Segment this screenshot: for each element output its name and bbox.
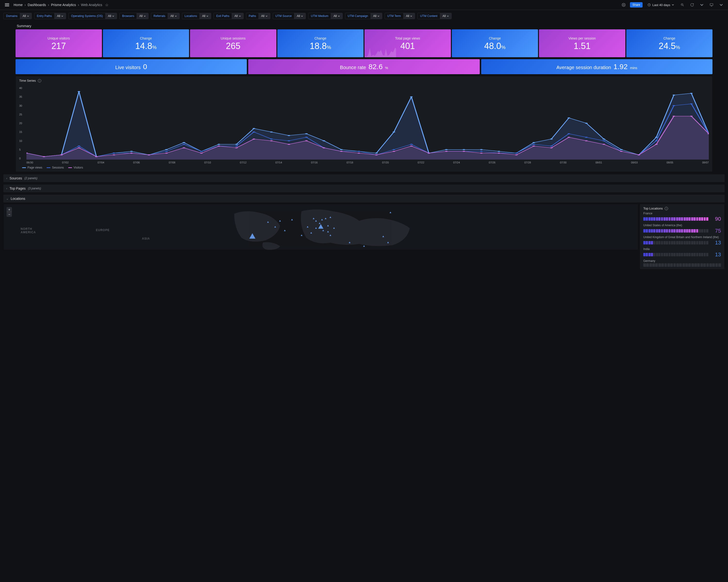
legend-item[interactable]: Page views xyxy=(22,166,42,169)
svg-point-63 xyxy=(288,140,290,141)
summary-card[interactable]: Total page views 401 xyxy=(364,29,451,57)
location-name: United Kingdom of Great Britain and Nort… xyxy=(643,235,721,239)
map-zoom-in[interactable]: + xyxy=(6,207,12,212)
card-value: 1.51 xyxy=(541,42,623,51)
svg-point-24 xyxy=(305,133,308,134)
map-zoom-out[interactable]: − xyxy=(6,212,12,217)
svg-point-19 xyxy=(218,144,220,145)
filter-operating-systems-os-[interactable]: Operating Systems (OS) xyxy=(69,13,105,19)
filter-referrals[interactable]: Referrals xyxy=(151,13,168,19)
svg-point-125 xyxy=(672,116,675,117)
summary-card[interactable]: Live visitors 0 xyxy=(16,59,247,74)
filter-utm-content[interactable]: UTM Content xyxy=(418,13,440,19)
location-row[interactable]: France 90 xyxy=(643,212,721,222)
svg-point-119 xyxy=(568,137,570,138)
chevron-down-icon[interactable] xyxy=(718,1,725,8)
filter-value[interactable]: All xyxy=(294,13,306,19)
summary-card[interactable]: Unique visitors 217 xyxy=(16,29,102,57)
breadcrumb: Home› Dashboards› Prisme Analytics› Web … xyxy=(14,3,108,7)
location-bar xyxy=(643,217,708,221)
filter-utm-campaign[interactable]: UTM Campaign xyxy=(345,13,370,19)
summary-card[interactable]: Change 24.5% xyxy=(626,29,713,57)
filter-value[interactable]: All xyxy=(20,13,31,19)
location-bar xyxy=(643,241,708,244)
locations-map[interactable]: + − NORTHAMERICA EUROPE ASIA xyxy=(3,204,638,250)
crumb-home[interactable]: Home xyxy=(14,3,23,7)
filter-utm-term[interactable]: UTM Term xyxy=(385,13,403,19)
summary-card[interactable]: Views per session 1.51 xyxy=(539,29,625,57)
gear-icon[interactable] xyxy=(620,1,627,8)
summary-card[interactable]: Change 14.8% xyxy=(103,29,189,57)
svg-point-108 xyxy=(375,155,378,156)
summary-card[interactable]: Change 48.0% xyxy=(452,29,538,57)
svg-point-77 xyxy=(532,144,535,145)
legend-item[interactable]: Visitors xyxy=(68,166,83,169)
chevron-down-icon[interactable] xyxy=(698,1,705,8)
info-icon[interactable]: i xyxy=(38,79,41,82)
filter-value[interactable]: All xyxy=(105,13,117,19)
crumb-prisme[interactable]: Prisme Analytics xyxy=(51,3,76,7)
row-title: Sources xyxy=(9,176,22,180)
row-locations[interactable]: ⌄Locations xyxy=(3,195,725,202)
filter-value[interactable]: All xyxy=(168,13,179,19)
filter-utm-source[interactable]: UTM Source xyxy=(273,13,294,19)
time-range-picker[interactable]: Last 40 days xyxy=(646,2,676,8)
filter-value[interactable]: All xyxy=(137,13,148,19)
filter-value[interactable]: All xyxy=(331,13,342,19)
location-row[interactable]: India 13 xyxy=(643,247,721,258)
refresh-icon[interactable] xyxy=(689,1,696,8)
monitor-icon[interactable] xyxy=(708,1,715,8)
filter-domains[interactable]: Domains xyxy=(4,13,20,19)
svg-point-70 xyxy=(410,144,413,145)
menu-icon[interactable] xyxy=(3,2,11,8)
svg-point-28 xyxy=(375,153,378,154)
location-name: United States of America (the) xyxy=(643,224,721,227)
row-sources[interactable]: ›Sources(2 panels) xyxy=(3,174,725,182)
location-row[interactable]: United Kingdom of Great Britain and Nort… xyxy=(643,235,721,246)
summary-card[interactable]: Change 18.8% xyxy=(277,29,364,57)
svg-point-107 xyxy=(358,153,360,154)
location-name: India xyxy=(643,247,721,251)
filter-value[interactable]: All xyxy=(403,13,415,19)
time-series-chart[interactable]: 0510152025303540 xyxy=(19,87,709,160)
topbar: Home› Dashboards› Prisme Analytics› Web … xyxy=(0,0,728,10)
filter-value[interactable]: All xyxy=(232,13,243,19)
chevron-right-icon: › xyxy=(6,177,7,180)
filter-value[interactable]: All xyxy=(258,13,270,19)
svg-point-122 xyxy=(620,151,623,152)
summary-card[interactable]: Average session duration 1.92mins xyxy=(481,59,712,74)
star-icon[interactable]: ☆ xyxy=(105,3,108,7)
info-icon[interactable]: i xyxy=(665,207,668,210)
filter-paths[interactable]: Paths xyxy=(246,13,259,19)
row-top-pages[interactable]: ›Top Pages(3 panels) xyxy=(3,185,725,192)
location-row[interactable]: Germany xyxy=(643,259,721,267)
filter-bar: Domains AllEntry Paths AllOperating Syst… xyxy=(0,10,728,22)
card-value: 265 xyxy=(192,42,274,51)
card-label: Change xyxy=(454,36,536,40)
filter-value[interactable]: All xyxy=(54,13,66,19)
legend-item[interactable]: Sessions xyxy=(47,166,64,169)
filter-value[interactable]: All xyxy=(370,13,382,19)
crumb-dashboards[interactable]: Dashboards xyxy=(28,3,46,7)
summary-card[interactable]: Unique sessions 265 xyxy=(190,29,277,57)
filter-locations[interactable]: Locations xyxy=(182,13,200,19)
svg-point-97 xyxy=(183,147,185,148)
filter-value[interactable]: All xyxy=(440,13,451,19)
svg-point-64 xyxy=(305,137,308,138)
filter-entry-paths[interactable]: Entry Paths xyxy=(34,13,54,19)
filter-value[interactable]: All xyxy=(200,13,211,19)
svg-point-112 xyxy=(445,151,448,152)
filter-exit-paths[interactable]: Exit Paths xyxy=(214,13,232,19)
chevron-down-icon xyxy=(672,4,674,6)
svg-point-113 xyxy=(463,151,465,152)
row-meta: (2 panels) xyxy=(25,176,37,180)
filter-utm-medium[interactable]: UTM Medium xyxy=(308,13,331,19)
zoom-out-icon[interactable] xyxy=(679,1,686,8)
svg-point-89 xyxy=(43,156,45,157)
svg-point-76 xyxy=(515,153,518,154)
filter-browsers[interactable]: Browsers xyxy=(120,13,137,19)
location-row[interactable]: United States of America (the) 75 xyxy=(643,224,721,234)
share-button[interactable]: Share xyxy=(630,2,643,7)
svg-point-111 xyxy=(427,153,430,154)
summary-card[interactable]: Bounce rate 82.6% xyxy=(248,59,479,74)
